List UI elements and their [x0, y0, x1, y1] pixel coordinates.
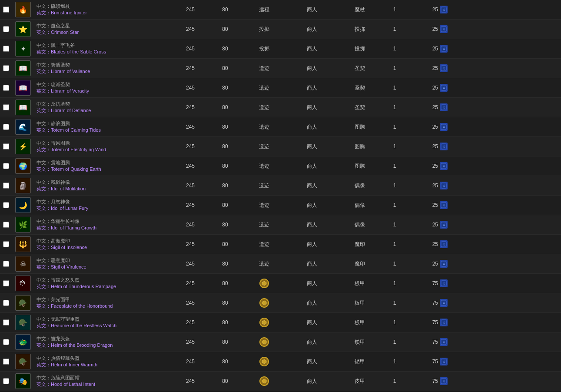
currency-icon: ⚔ [440, 279, 448, 287]
item-price: 25⚔ [408, 201, 451, 209]
table-row: ⚡中文：雷风图腾英文：Totem of Electrifying Wind245… [0, 137, 561, 156]
item-icon: 🌿 [15, 217, 31, 233]
row-checkbox[interactable] [3, 359, 9, 365]
item-type: 锁甲 [338, 358, 382, 365]
item-name-zh: 中文：月怒神像 [37, 199, 170, 205]
row-checkbox[interactable] [3, 85, 9, 91]
item-ilvl: 245 [173, 300, 208, 306]
table-row: ☠中文：恶意魔印英文：Sigil of Virulence24580遗迹商人魔印… [0, 254, 561, 274]
item-type: 偶像 [338, 202, 382, 209]
item-name: 中文：热情煌藏头盔英文：Helm of Inner Warmth [34, 355, 173, 368]
slot-text: 投掷 [259, 26, 269, 32]
item-ilvl: 245 [173, 280, 208, 286]
item-icon: 🪖 [15, 295, 31, 311]
item-req-level: 80 [208, 26, 242, 32]
item-name-zh: 中文：雷风图腾 [37, 140, 170, 146]
currency-icon: ⚔ [440, 25, 448, 33]
item-count: 1 [382, 7, 408, 13]
currency-icon: ⚔ [440, 162, 448, 170]
item-name: 中文：残戮神像英文：Idol of Mutilation [34, 179, 173, 192]
item-name-zh: 中文：荣光面甲 [37, 296, 170, 303]
currency-icon: ⚔ [440, 201, 448, 209]
slot-icon-badge [259, 376, 269, 386]
item-name-en: 英文：Idol of Flaring Growth [37, 225, 170, 231]
svg-text:⚔: ⚔ [442, 145, 445, 149]
row-checkbox[interactable] [3, 104, 9, 110]
currency-icon: ⚔ [440, 6, 448, 13]
item-name: 中文：月怒神像英文：Idol of Lunar Fury [34, 199, 173, 212]
item-name-zh: 中文：无眠守望重盔 [37, 316, 170, 322]
row-checkbox[interactable] [3, 26, 9, 32]
table-row: 📖中文：骑盾圣契英文：Libram of Valiance24580遗迹商人圣契… [0, 59, 561, 78]
item-price: 25⚔ [408, 6, 451, 13]
item-ilvl: 245 [173, 104, 208, 110]
currency-icon: ⚔ [440, 240, 448, 248]
item-req-level: 80 [208, 85, 242, 91]
row-checkbox[interactable] [3, 280, 9, 286]
row-checkbox[interactable] [3, 46, 9, 52]
item-name-en: 英文：Idol of Mutilation [37, 186, 170, 192]
item-req-level: 80 [208, 46, 242, 52]
item-ilvl: 245 [173, 46, 208, 52]
row-checkbox[interactable] [3, 7, 9, 13]
item-req-level: 80 [208, 104, 242, 110]
svg-text:⚔: ⚔ [442, 262, 445, 266]
price-value: 75 [432, 359, 438, 365]
item-slot: 远程 [242, 6, 286, 13]
item-type: 魔印 [338, 241, 382, 248]
row-checkbox[interactable] [3, 261, 9, 267]
item-ilvl: 245 [173, 183, 208, 189]
item-source: 商人 [286, 182, 338, 189]
svg-marker-31 [262, 301, 266, 305]
row-checkbox[interactable] [3, 163, 9, 169]
price-value: 25 [432, 222, 438, 228]
item-price: 25⚔ [408, 45, 451, 53]
item-req-level: 80 [208, 222, 242, 228]
item-icon: 📖 [15, 80, 31, 96]
item-req-level: 80 [208, 339, 242, 345]
table-row: 🪖中文：热情煌藏头盔英文：Helm of Inner Warmth24580商人… [0, 352, 561, 372]
row-checkbox[interactable] [3, 124, 9, 130]
item-slot: 遗迹 [242, 84, 286, 92]
currency-icon: ⚔ [440, 299, 448, 307]
row-checkbox[interactable] [3, 143, 9, 149]
item-name: 中文：黑十字飞斧英文：Blades of the Sable Cross [34, 42, 173, 55]
item-name-en: 英文：Hood of Lethal Intent [37, 381, 170, 388]
slot-icon-badge [259, 279, 269, 288]
item-icon: 🌍 [15, 158, 31, 174]
item-name: 中文：危险意图面帽英文：Hood of Lethal Intent [34, 375, 173, 388]
item-count: 1 [382, 202, 408, 208]
price-value: 25 [432, 143, 438, 149]
row-checkbox[interactable] [3, 202, 9, 208]
row-checkbox[interactable] [3, 222, 9, 228]
slot-text: 遗迹 [259, 163, 269, 169]
row-checkbox[interactable] [3, 300, 9, 306]
item-icon: 🌙 [15, 197, 31, 213]
row-checkbox[interactable] [3, 378, 9, 384]
row-checkbox[interactable] [3, 65, 9, 71]
row-checkbox[interactable] [3, 241, 9, 247]
item-name-en: 英文：Libram of Valiance [37, 68, 170, 75]
item-source: 商人 [286, 299, 338, 307]
row-checkbox[interactable] [3, 183, 9, 189]
svg-text:⚔: ⚔ [442, 86, 445, 90]
item-type: 偶像 [338, 182, 382, 189]
table-row: 🎭中文：危险意图面帽英文：Hood of Lethal Intent24580商… [0, 372, 561, 391]
row-checkbox[interactable] [3, 339, 9, 345]
item-icon: 🔱 [15, 236, 31, 252]
row-checkbox[interactable] [3, 319, 9, 326]
item-count: 1 [382, 183, 408, 189]
item-slot: 投掷 [242, 45, 286, 53]
item-name-zh: 中文：反抗圣契 [37, 101, 170, 107]
svg-text:⚔: ⚔ [442, 360, 445, 364]
currency-icon: ⚔ [440, 143, 448, 150]
item-source: 商人 [286, 6, 338, 13]
item-price: 75⚔ [408, 319, 451, 326]
item-ilvl: 245 [173, 339, 208, 345]
currency-icon: ⚔ [440, 358, 448, 365]
svg-text:⚔: ⚔ [442, 66, 445, 70]
item-type: 皮甲 [338, 378, 382, 385]
table-row: 🔱中文：高傲魔印英文：Sigil of Insolence24580遗迹商人魔印… [0, 235, 561, 254]
table-row: 🔥中文：硫磺燃杖英文：Brimstone Igniter24580远程商人魔杖1… [0, 0, 561, 20]
table-row: 🪖中文：荣光面甲英文：Faceplate of the Honorbound24… [0, 293, 561, 313]
